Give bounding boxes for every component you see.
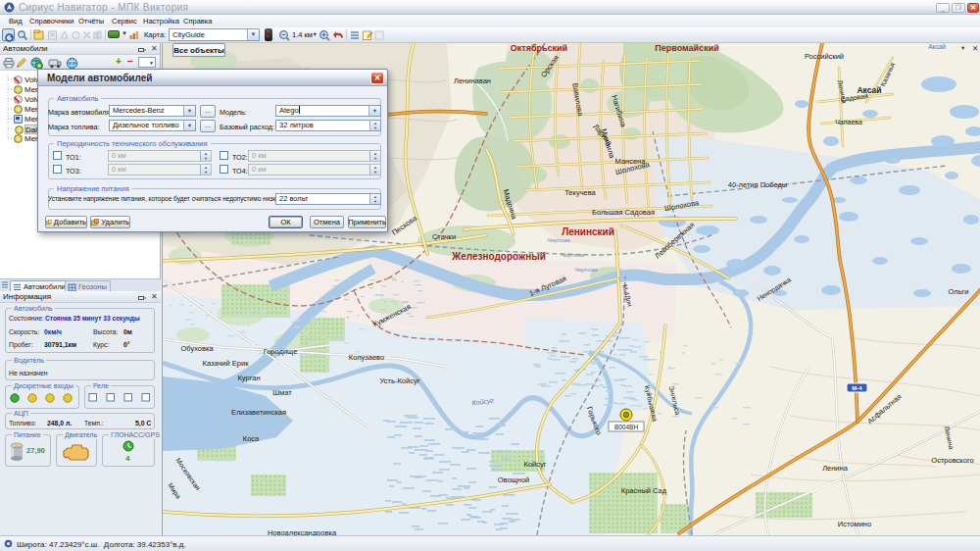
svg-text:Койсуг: Койсуг <box>524 460 547 469</box>
svg-text:Орская: Орская <box>539 54 561 79</box>
svg-text:Российский: Российский <box>805 52 844 61</box>
svg-text:Энгельса: Энгельса <box>668 385 682 416</box>
svg-text:Шмат: Шмат <box>272 388 292 397</box>
svg-text:Красный Сад: Красный Сад <box>621 486 667 495</box>
svg-text:Курган: Курган <box>237 374 260 382</box>
svg-text:Пескова: Пескова <box>390 213 419 236</box>
svg-text:Новоалександровка: Новоалександровка <box>268 528 337 535</box>
svg-text:▾: ▾ <box>961 44 965 51</box>
svg-text:Текучева: Текучева <box>564 188 596 197</box>
svg-text:Кумженская: Кумженская <box>371 302 412 328</box>
svg-text:Железнодорожный: Железнодорожный <box>451 251 546 262</box>
svg-text:Мира: Мира <box>166 481 182 500</box>
svg-text:Ольги: Ольги <box>949 287 969 296</box>
svg-text:✕: ✕ <box>972 44 978 53</box>
svg-text:Мадояна: Мадояна <box>501 188 518 221</box>
svg-text:Ленинский: Ленинский <box>562 226 614 237</box>
svg-text:Чмутова: Чмутова <box>561 252 584 258</box>
svg-text:Ненордачка: Ненордачка <box>756 276 792 304</box>
svg-text:Чапаева: Чапаева <box>835 119 862 125</box>
svg-text:Казачья: Казачья <box>879 62 896 88</box>
svg-text:1-я Луговая: 1-я Луговая <box>528 274 568 298</box>
svg-text:В004ВН: В004ВН <box>614 424 639 430</box>
svg-text:Истомино: Истомино <box>838 520 871 528</box>
svg-text:Нагибина: Нагибина <box>610 94 628 128</box>
svg-text:Коса: Коса <box>243 434 260 443</box>
svg-text:Городище: Городище <box>264 347 298 356</box>
svg-text:Михаила: Михаила <box>600 127 617 160</box>
svg-text:Койсуг: Койсуг <box>471 396 495 407</box>
svg-text:Первомайский: Первомайский <box>655 43 718 53</box>
svg-text:Елизаветинская: Елизаветинская <box>231 408 286 417</box>
svg-text:40-летия Победы: 40-летия Победы <box>728 180 787 189</box>
svg-text:Аксай: Аксай <box>928 43 946 50</box>
svg-text:Левобережная: Левобережная <box>653 221 696 261</box>
svg-text:Вавилова: Вавилова <box>570 82 585 118</box>
svg-text:Ленина: Ленина <box>822 464 849 473</box>
svg-text:Колузаево: Колузаево <box>349 353 384 362</box>
svg-text:Стачки: Стачки <box>432 232 456 241</box>
svg-text:Островского: Островского <box>931 456 973 465</box>
svg-text:Московская: Московская <box>174 457 202 492</box>
svg-text:М-4Дон: М-4Дон <box>620 283 634 308</box>
svg-text:Шолохова: Шолохова <box>663 198 700 213</box>
svg-text:Асфальтная: Асфальтная <box>865 392 903 426</box>
svg-text:Чмутова: Чмутова <box>574 267 598 273</box>
svg-text:Ленина: Ленина <box>944 426 956 450</box>
svg-text:М-4: М-4 <box>852 385 862 391</box>
svg-text:Обуховка: Обуховка <box>180 344 214 353</box>
svg-text:Казачий Ерик: Казачий Ерик <box>203 359 250 368</box>
svg-text:Ленинаван: Ленинаван <box>454 76 491 85</box>
svg-text:Горького: Горького <box>585 405 604 435</box>
svg-text:Октябрьский: Октябрьский <box>511 43 567 53</box>
svg-text:Чмутова: Чмутова <box>547 237 570 243</box>
svg-text:Куйбышева: Куйбышева <box>643 384 659 423</box>
svg-text:Большая Садовая: Большая Садовая <box>592 208 655 217</box>
svg-text:Овощной: Овощной <box>498 476 530 484</box>
svg-text:Усть-Койсуг: Усть-Койсуг <box>380 376 420 385</box>
